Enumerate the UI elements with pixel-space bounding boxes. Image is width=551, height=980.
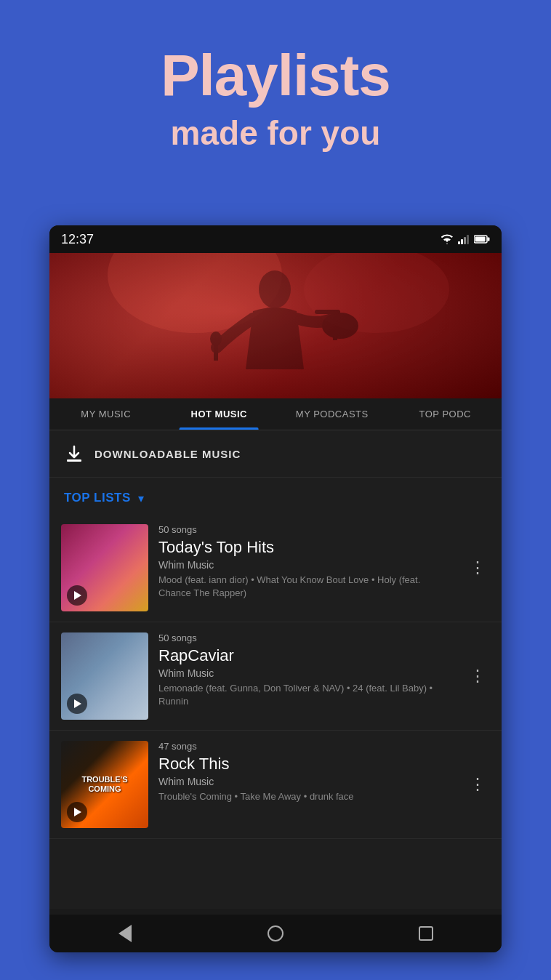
svg-rect-0 (458, 241, 460, 244)
svg-point-9 (259, 270, 291, 308)
battery-icon (474, 235, 490, 244)
svg-point-14 (210, 332, 222, 346)
top-lists-header[interactable]: TOP LISTS ▾ (49, 478, 502, 514)
tab-my-podcasts[interactable]: MY PODCASTS (276, 398, 389, 430)
playlist-info-2: 50 songs RapCaviar Whim Music Lemonade (… (158, 632, 455, 708)
svg-rect-15 (67, 459, 81, 462)
song-count-2: 50 songs (158, 632, 455, 643)
signal-icon (458, 234, 470, 244)
play-button-1[interactable] (67, 585, 87, 606)
back-icon (118, 925, 132, 942)
content-area: DOWNLOADABLE MUSIC TOP LISTS ▾ 50 songs … (49, 430, 502, 909)
svg-rect-12 (315, 310, 340, 314)
song-count-3: 47 songs (158, 741, 455, 752)
playlist-item: 50 songs RapCaviar Whim Music Lemonade (… (49, 622, 502, 731)
wifi-icon (441, 234, 454, 244)
playlist-thumb-text: TROUBLE'SCOMING (81, 775, 127, 794)
more-options-button-3[interactable]: ⋮ (465, 772, 490, 797)
back-button[interactable] (107, 915, 143, 952)
playlist-author-1: Whim Music (158, 559, 455, 571)
playlist-info-3: 47 songs Rock This Whim Music Trouble's … (158, 741, 455, 803)
top-lists-title: TOP LISTS (64, 491, 131, 505)
hero-title: Playlists (29, 44, 522, 108)
playlist-info-1: 50 songs Today's Top Hits Whim Music Moo… (158, 524, 455, 600)
playlist-tracks-2: Lemonade (feat. Gunna, Don Toliver & NAV… (158, 682, 455, 708)
playlist-name-3: Rock This (158, 755, 455, 774)
playlist-name-2: RapCaviar (158, 646, 455, 665)
playlist-tracks-3: Trouble's Coming • Take Me Away • drunk … (158, 790, 455, 803)
play-triangle-icon (74, 591, 81, 600)
svg-rect-6 (488, 238, 490, 241)
status-bar: 12:37 (49, 225, 502, 253)
tab-hot-music[interactable]: HOT MUSIC (163, 398, 276, 430)
play-button-2[interactable] (67, 694, 87, 714)
playlist-name-1: Today's Top Hits (158, 538, 455, 557)
playlist-thumb-1[interactable] (61, 524, 148, 611)
song-count-1: 50 songs (158, 524, 455, 535)
home-icon (268, 925, 283, 941)
performer-silhouette-svg (49, 253, 502, 398)
playlist-thumb-3[interactable]: TROUBLE'SCOMING (61, 741, 148, 828)
svg-rect-11 (333, 311, 337, 340)
svg-rect-2 (464, 237, 466, 244)
status-icons (441, 234, 490, 244)
more-options-button-2[interactable]: ⋮ (465, 664, 490, 688)
phone-mockup: 12:37 (49, 225, 502, 952)
status-time: 12:37 (61, 232, 94, 247)
bottom-nav (49, 915, 502, 952)
playlist-item: 50 songs Today's Top Hits Whim Music Moo… (49, 514, 502, 622)
recents-icon (419, 926, 433, 941)
play-triangle-icon (74, 699, 81, 708)
download-icon (64, 443, 84, 464)
nav-tabs: MY MUSIC HOT MUSIC MY PODCASTS TOP PODC (49, 398, 502, 430)
svg-rect-1 (461, 239, 463, 244)
recents-button[interactable] (408, 915, 444, 952)
download-row[interactable]: DOWNLOADABLE MUSIC (49, 430, 502, 478)
playlist-thumb-2[interactable] (61, 632, 148, 720)
tab-my-music[interactable]: MY MUSIC (49, 398, 163, 430)
tab-top-podcasts[interactable]: TOP PODC (389, 398, 502, 430)
svg-point-10 (322, 313, 358, 339)
play-button-3[interactable] (67, 802, 87, 822)
chevron-down-icon[interactable]: ▾ (138, 491, 144, 505)
more-options-button-1[interactable]: ⋮ (465, 555, 490, 580)
play-triangle-icon (74, 808, 81, 816)
concert-banner (49, 253, 502, 398)
svg-rect-5 (475, 237, 486, 242)
download-label: DOWNLOADABLE MUSIC (94, 448, 241, 460)
home-button[interactable] (257, 915, 294, 952)
playlist-tracks-1: Mood (feat. iann dior) • What You Know B… (158, 574, 455, 600)
hero-subtitle: made for you (29, 113, 522, 153)
playlist-author-3: Whim Music (158, 776, 455, 787)
hero-section: Playlists made for you (0, 0, 551, 182)
svg-rect-3 (467, 235, 469, 244)
playlist-author-2: Whim Music (158, 667, 455, 679)
playlist-item: TROUBLE'SCOMING 47 songs Rock This Whim … (49, 731, 502, 839)
